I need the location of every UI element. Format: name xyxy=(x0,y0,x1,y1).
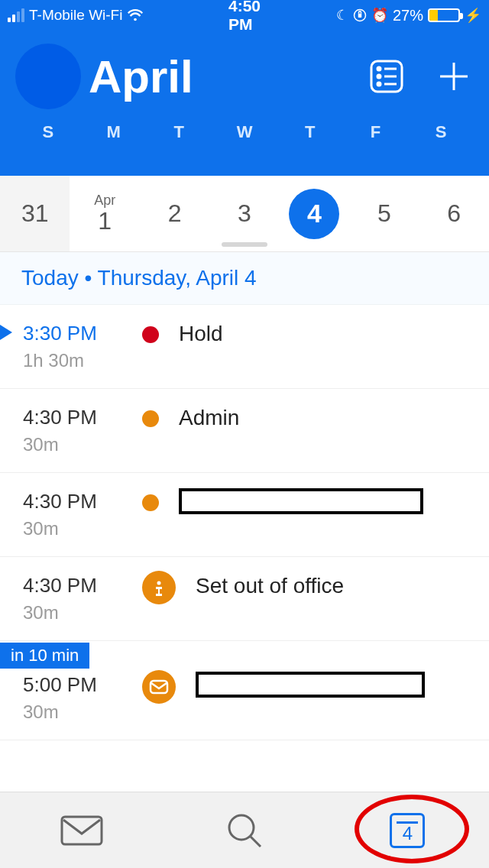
event-item[interactable]: in 10 min 5:00 PM 30m xyxy=(0,656,489,740)
svg-point-8 xyxy=(377,83,381,86)
svg-point-6 xyxy=(377,75,381,78)
cell-signal-icon xyxy=(8,8,24,22)
day-cell-2[interactable]: 2 xyxy=(140,176,209,251)
new-event-button[interactable] xyxy=(434,57,474,96)
wifi-icon xyxy=(127,8,144,22)
event-title: Set out of office xyxy=(196,574,474,598)
svg-rect-13 xyxy=(151,681,167,693)
nav-calendar[interactable]: 4 xyxy=(326,792,489,868)
event-title: Admin xyxy=(179,406,474,430)
day-cell-31[interactable]: 31 xyxy=(0,176,70,251)
agenda-view-button[interactable] xyxy=(367,57,406,96)
dnd-icon: ☾ xyxy=(336,7,348,24)
status-time: 4:50 PM xyxy=(228,0,261,34)
svg-point-12 xyxy=(157,581,161,585)
current-marker-icon xyxy=(0,325,12,340)
nav-search[interactable] xyxy=(163,792,325,868)
event-item[interactable]: 4:30 PM 30m Set out of office xyxy=(0,557,489,641)
redacted-title xyxy=(179,488,423,514)
date-heading: Today • Thursday, April 4 xyxy=(0,252,489,305)
battery-icon xyxy=(428,8,460,22)
mail-icon xyxy=(142,670,176,704)
svg-point-4 xyxy=(377,67,381,70)
battery-pct: 27% xyxy=(393,7,423,24)
event-item[interactable]: 4:30 PM 30m Admin xyxy=(0,389,489,473)
drag-handle[interactable] xyxy=(222,242,267,247)
svg-line-16 xyxy=(251,837,261,847)
info-icon xyxy=(142,571,176,604)
svg-point-0 xyxy=(134,18,138,21)
event-title: Hold xyxy=(179,322,474,346)
weekday-labels: S M T W T F S xyxy=(15,122,474,142)
charging-icon: ⚡ xyxy=(465,7,481,24)
svg-point-15 xyxy=(229,815,254,840)
category-dot xyxy=(142,326,159,343)
day-cell-3[interactable]: 3 xyxy=(209,176,279,251)
month-title: April xyxy=(89,50,193,103)
category-dot xyxy=(142,410,159,427)
alarm-icon: ⏰ xyxy=(371,7,388,24)
envelope-icon xyxy=(59,814,105,847)
day-cell-5[interactable]: 5 xyxy=(349,176,419,251)
orientation-lock-icon xyxy=(353,8,367,22)
event-list[interactable]: 3:30 PM 1h 30m Hold 4:30 PM 30m Admin 4:… xyxy=(0,305,489,740)
calendar-icon: 4 xyxy=(390,813,425,848)
avatar[interactable] xyxy=(15,44,81,109)
week-strip[interactable]: 31 Apr1 2 3 4 5 6 xyxy=(0,176,489,252)
svg-rect-14 xyxy=(62,817,102,844)
event-item[interactable]: 4:30 PM 30m xyxy=(0,473,489,557)
day-cell-4[interactable]: 4 xyxy=(280,176,349,251)
redacted-title xyxy=(196,672,425,698)
event-item[interactable]: 3:30 PM 1h 30m Hold xyxy=(0,305,489,389)
svg-rect-2 xyxy=(358,14,362,18)
day-cell-1[interactable]: Apr1 xyxy=(70,176,139,251)
calendar-header: April S M T W T F S xyxy=(0,31,489,176)
category-dot xyxy=(142,494,159,511)
search-icon xyxy=(225,811,264,850)
day-cell-6[interactable]: 6 xyxy=(419,176,489,251)
status-bar: T-Mobile Wi-Fi 4:50 PM ☾ ⏰ 27% ⚡ xyxy=(0,0,489,31)
carrier-label: T-Mobile Wi-Fi xyxy=(29,7,122,24)
upcoming-badge: in 10 min xyxy=(0,643,89,669)
nav-mail[interactable] xyxy=(0,792,163,868)
bottom-nav: 4 xyxy=(0,792,489,868)
